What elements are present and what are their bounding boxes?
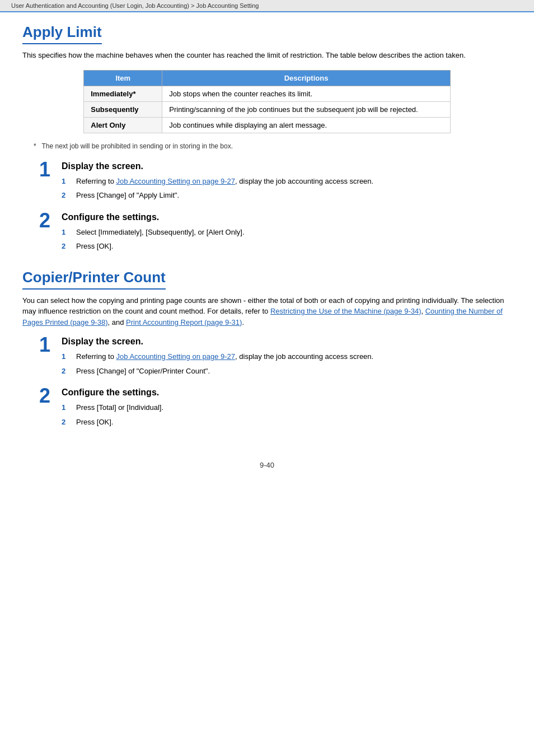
table-row: Immediately* Job stops when the counter … [84, 86, 451, 101]
table-cell-item: Subsequently [84, 101, 162, 117]
sub-step-number: 2 [62, 241, 73, 252]
sub-step-number: 1 [62, 227, 73, 238]
restricting-link[interactable]: Restricting the Use of the Machine (page… [270, 307, 421, 315]
copier-sub-step-1-2: 2 Press [Change] of "Copier/Printer Coun… [62, 366, 512, 377]
breadcrumb-text: User Authentication and Accounting (User… [11, 2, 259, 9]
page-number: 9-40 [260, 461, 274, 469]
copier-printer-title: Copier/Printer Count [22, 269, 166, 290]
table-cell-desc: Job continues while displaying an alert … [162, 117, 451, 133]
sub-step-text: Referring to Job Accounting Setting on p… [76, 351, 512, 362]
apply-limit-step-1: 1 Display the screen. 1 Referring to Job… [22, 161, 512, 201]
page-footer: 9-40 [22, 461, 512, 480]
table-cell-item: Alert Only [84, 117, 162, 133]
print-accounting-link[interactable]: Print Accounting Report (page 9-31) [126, 318, 242, 326]
footnote-text: The next job will be prohibited in sendi… [41, 142, 233, 150]
apply-limit-table: Item Descriptions Immediately* Job stops… [83, 70, 451, 133]
table-row: Alert Only Job continues while displayin… [84, 117, 451, 133]
step-number-2: 2 [22, 384, 50, 408]
apply-limit-section: Apply Limit This specifies how the machi… [22, 24, 512, 252]
sub-step-1-2: 2 Press [Change] of "Apply Limit". [62, 190, 512, 201]
table-header-descriptions: Descriptions [162, 70, 451, 86]
copier-printer-section: Copier/Printer Count You can select how … [22, 269, 512, 428]
main-content: Apply Limit This specifies how the machi… [0, 12, 534, 503]
copier-step-1-title: Display the screen. [56, 337, 512, 347]
copier-sub-steps-1: 1 Referring to Job Accounting Setting on… [56, 351, 512, 376]
sub-step-1-1: 1 Referring to Job Accounting Setting on… [62, 176, 512, 187]
copier-step-2-title: Configure the settings. [56, 388, 512, 398]
sub-step-text: Press [Change] of "Copier/Printer Count"… [76, 366, 512, 377]
sub-step-number: 2 [62, 417, 73, 428]
sub-step-text: Press [Total] or [Individual]. [76, 402, 512, 413]
table-cell-desc: Printing/scanning of the job continues b… [162, 101, 451, 117]
apply-limit-step-2: 2 Configure the settings. 1 Select [Imme… [22, 212, 512, 252]
step-number-1: 1 [22, 333, 50, 357]
step-number-1: 1 [22, 158, 50, 181]
sub-step-text: Press [OK]. [76, 241, 512, 252]
copier-step-1: 1 Display the screen. 1 Referring to Job… [22, 337, 512, 376]
sub-step-2-2: 2 Press [OK]. [62, 241, 512, 252]
copier-sub-step-1-1: 1 Referring to Job Accounting Setting on… [62, 351, 512, 362]
sub-step-2-1: 1 Select [Immediately], [Subsequently], … [62, 227, 512, 238]
sub-steps-1: 1 Referring to Job Accounting Setting on… [56, 176, 512, 201]
footnote-asterisk: * [34, 142, 40, 150]
step-2-title: Configure the settings. [56, 212, 512, 222]
sub-step-text: Press [Change] of "Apply Limit". [76, 190, 512, 201]
sub-step-number: 1 [62, 176, 73, 187]
copier-sub-steps-2: 1 Press [Total] or [Individual]. 2 Press… [56, 402, 512, 427]
breadcrumb-bar: User Authentication and Accounting (User… [0, 0, 534, 12]
apply-limit-footnote: * The next job will be prohibited in sen… [34, 142, 512, 150]
apply-limit-title: Apply Limit [22, 24, 102, 44]
sub-steps-2: 1 Select [Immediately], [Subsequently], … [56, 227, 512, 252]
job-accounting-link-1[interactable]: Job Accounting Setting on page 9-27 [116, 177, 236, 185]
sub-step-number: 1 [62, 402, 73, 413]
step-1-title: Display the screen. [56, 161, 512, 171]
sub-step-number: 2 [62, 366, 73, 377]
apply-limit-description: This specifies how the machine behaves w… [22, 50, 512, 61]
copier-step-2: 2 Configure the settings. 1 Press [Total… [22, 388, 512, 427]
sub-step-number: 1 [62, 351, 73, 362]
table-cell-desc: Job stops when the counter reaches its l… [162, 86, 451, 101]
step-number-2: 2 [22, 209, 50, 232]
sub-step-text: Select [Immediately], [Subsequently], or… [76, 227, 512, 238]
copier-sub-step-2-1: 1 Press [Total] or [Individual]. [62, 402, 512, 413]
table-cell-item: Immediately* [84, 86, 162, 101]
counting-link[interactable]: Counting the Number of Pages Printed (pa… [22, 307, 503, 326]
copier-printer-description: You can select how the copying and print… [22, 295, 512, 328]
job-accounting-link-2[interactable]: Job Accounting Setting on page 9-27 [116, 352, 236, 361]
sub-step-text: Referring to Job Accounting Setting on p… [76, 176, 512, 187]
sub-step-text: Press [OK]. [76, 417, 512, 428]
copier-sub-step-2-2: 2 Press [OK]. [62, 417, 512, 428]
sub-step-number: 2 [62, 190, 73, 201]
table-row: Subsequently Printing/scanning of the jo… [84, 101, 451, 117]
table-header-item: Item [84, 70, 162, 86]
